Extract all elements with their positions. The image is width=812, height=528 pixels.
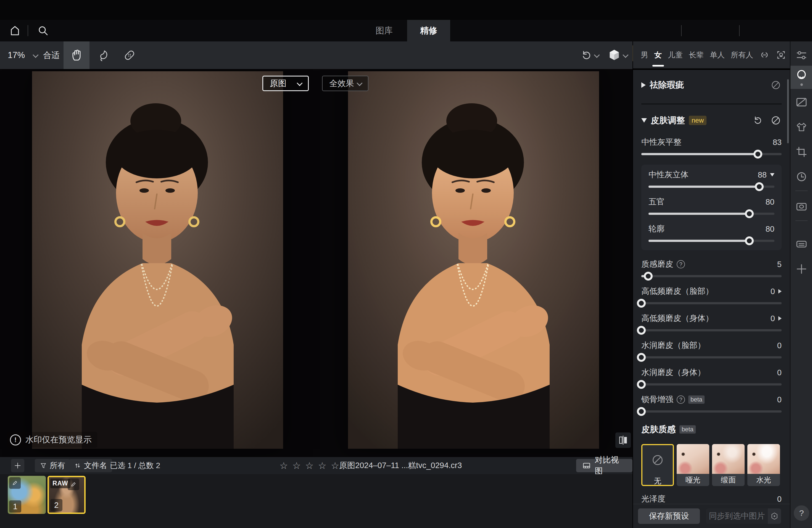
slider-track[interactable] xyxy=(649,240,774,242)
star-icon[interactable]: ☆ xyxy=(279,460,288,471)
section-compare-icon[interactable] xyxy=(770,79,782,91)
texture-preset-matte[interactable]: 哑光 xyxy=(677,444,709,486)
texture-preset-none[interactable]: 无 xyxy=(641,444,674,486)
panel-scrollbar[interactable] xyxy=(787,79,789,143)
rail-background-button[interactable] xyxy=(791,93,812,111)
texture-preset-dewy[interactable]: 水光 xyxy=(748,444,780,486)
add-photos-button[interactable] xyxy=(11,459,24,472)
watermark-note-text: 水印仅在预览显示 xyxy=(25,434,92,445)
rail-adjust-button[interactable] xyxy=(791,46,812,64)
slider-handle[interactable] xyxy=(637,353,646,362)
heal-tool-button[interactable] xyxy=(117,41,143,69)
slider-track[interactable] xyxy=(641,329,782,332)
header-divider xyxy=(681,25,682,36)
audience-tab-female[interactable]: 女 xyxy=(654,50,662,60)
star-icon[interactable]: ☆ xyxy=(331,460,339,471)
audience-tab-single[interactable]: 单人 xyxy=(710,50,725,60)
slider-track[interactable] xyxy=(641,356,782,358)
filmstrip-toolbar: 所有 文件名 已选 1 / 总数 2 ☆ ☆ ☆ ☆ ☆ 原图2024–07–1… xyxy=(0,457,633,474)
filmstrip-thumbnail-2[interactable]: RAW 2 xyxy=(47,476,86,514)
slider-handle[interactable] xyxy=(745,209,754,218)
slider-handle[interactable] xyxy=(753,150,762,159)
star-icon[interactable]: ☆ xyxy=(292,460,301,471)
slider-handle[interactable] xyxy=(637,299,646,308)
slider-track[interactable] xyxy=(649,212,774,215)
tab-retouch[interactable]: 精修 xyxy=(407,20,450,41)
rail-history-button[interactable] xyxy=(791,168,812,186)
star-icon[interactable]: ☆ xyxy=(305,460,314,471)
slider-label: 轮廓 xyxy=(649,223,665,234)
help-icon[interactable]: ? xyxy=(677,395,685,404)
dropdown-caret-icon[interactable] xyxy=(770,173,774,176)
slider-value: 83 xyxy=(773,138,782,147)
help-icon[interactable]: ? xyxy=(677,260,685,268)
compare-view-button[interactable]: 对比视图 xyxy=(576,459,633,472)
slider-handle[interactable] xyxy=(755,182,764,191)
sort-button[interactable]: 文件名 xyxy=(69,459,112,472)
panel-footer: 保存新预设 同步到选中图片 xyxy=(633,504,790,528)
split-view-button[interactable] xyxy=(615,432,631,448)
face-detect-icon[interactable] xyxy=(776,50,786,60)
slider-handle[interactable] xyxy=(637,326,646,335)
slider-track[interactable] xyxy=(641,275,782,277)
hand-tool-button[interactable] xyxy=(63,41,89,69)
rail-camera-button[interactable] xyxy=(791,198,812,216)
audience-tab-male[interactable]: 男 xyxy=(641,50,648,60)
filmstrip-thumbnail-1[interactable]: 1 xyxy=(8,476,46,514)
audience-tab-child[interactable]: 儿童 xyxy=(668,50,683,60)
rail-add-button[interactable] xyxy=(791,260,812,278)
slider-track[interactable] xyxy=(641,383,782,385)
audience-tab-everyone[interactable]: 所有人 xyxy=(731,50,753,60)
star-icon[interactable]: ☆ xyxy=(318,460,326,471)
fit-button[interactable]: 合适 xyxy=(43,41,60,69)
slider-handle[interactable] xyxy=(637,380,646,389)
sync-settings-button[interactable] xyxy=(768,509,781,524)
filter-button[interactable]: 所有 xyxy=(35,459,70,472)
history-clock-icon xyxy=(795,171,808,183)
hand-icon xyxy=(70,48,83,62)
slider-track[interactable] xyxy=(641,302,782,304)
link-icon[interactable] xyxy=(759,50,770,60)
image-canvas[interactable]: 原图 全效果 ! 水印仅在预览显示 xyxy=(0,69,633,457)
photo-after xyxy=(348,71,599,449)
home-button[interactable] xyxy=(7,25,23,37)
expand-caret-icon[interactable] xyxy=(778,316,782,321)
slider-row-freq-smoothing-face: 高低频磨皮（脸部） 0 xyxy=(641,287,782,304)
face-beauty-icon xyxy=(795,69,808,82)
texture-preset-satin[interactable]: 缎面 xyxy=(712,444,744,486)
rail-crop-button[interactable] xyxy=(791,143,812,161)
help-button[interactable]: ? xyxy=(794,505,809,521)
rail-notes-button[interactable] xyxy=(791,235,812,253)
blemish-section-header[interactable]: 祛除瑕疵 xyxy=(641,79,782,91)
section-reset-icon[interactable] xyxy=(752,115,763,126)
slider-handle[interactable] xyxy=(637,407,646,416)
undo-history-control[interactable] xyxy=(580,41,598,69)
source-view-dropdown[interactable]: 原图 xyxy=(262,76,309,91)
audience-tab-elder[interactable]: 长辈 xyxy=(689,50,704,60)
slider-value: 88 xyxy=(758,171,767,179)
skin-section-header[interactable]: 皮肤调整 new xyxy=(641,114,782,127)
sync-to-selected-button[interactable]: 同步到选中图片 xyxy=(706,509,781,524)
beta-badge: beta xyxy=(679,425,696,434)
search-button[interactable] xyxy=(35,25,51,37)
save-preset-button[interactable]: 保存新预设 xyxy=(638,509,700,524)
slider-handle[interactable] xyxy=(745,236,754,245)
liquify-tool-button[interactable] xyxy=(90,41,116,69)
effect-view-dropdown[interactable]: 全效果 xyxy=(322,76,368,91)
preview-cube-control[interactable] xyxy=(608,41,627,69)
rail-clothes-button[interactable] xyxy=(791,118,812,136)
section-compare-icon[interactable] xyxy=(770,115,782,126)
slider-track[interactable] xyxy=(641,410,782,413)
rail-face-beauty-button[interactable] xyxy=(791,66,812,89)
rail-divider xyxy=(795,191,808,191)
slider-handle[interactable] xyxy=(644,272,653,281)
slider-track[interactable] xyxy=(641,153,782,155)
expand-caret-icon[interactable] xyxy=(778,289,782,294)
edited-pencil-badge xyxy=(9,477,21,489)
bandage-icon xyxy=(123,49,136,62)
slider-track[interactable] xyxy=(649,186,774,188)
slider-label: 锁骨增强 xyxy=(641,394,673,405)
tab-gallery[interactable]: 图库 xyxy=(367,20,401,41)
clothes-icon xyxy=(795,121,808,133)
zoom-level-control[interactable]: 17% xyxy=(8,41,37,69)
